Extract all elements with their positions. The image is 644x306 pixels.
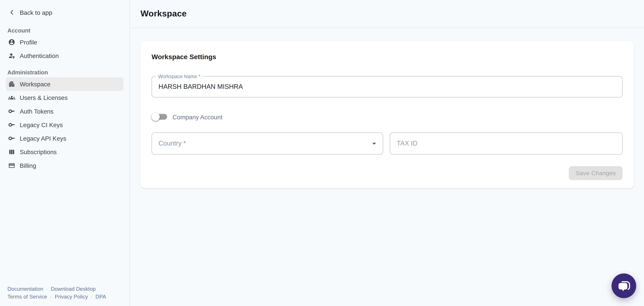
key-icon bbox=[8, 108, 15, 115]
footer-line-2: Terms of Service·Privacy Policy·DPA bbox=[7, 293, 106, 300]
page-header: Workspace bbox=[130, 0, 644, 28]
back-to-app-button[interactable]: Back to app bbox=[6, 7, 124, 17]
sidebar-item-workspace[interactable]: Workspace bbox=[6, 77, 124, 91]
building-icon bbox=[8, 81, 15, 88]
key-icon bbox=[8, 121, 15, 128]
chevron-left-icon bbox=[8, 9, 16, 16]
sidebar-item-authentication[interactable]: Authentication bbox=[6, 49, 124, 62]
nav-list-administration: Workspace Users & Licenses Auth Tokens L… bbox=[6, 77, 124, 172]
save-changes-button[interactable]: Save Changes bbox=[569, 166, 622, 180]
footer-separator: · bbox=[91, 294, 92, 300]
sidebar-item-label: Users & Licenses bbox=[20, 94, 68, 101]
toggle-thumb bbox=[152, 113, 160, 121]
footer-link-dpa[interactable]: DPA bbox=[96, 294, 106, 300]
company-account-label: Company Account bbox=[172, 113, 222, 120]
sidebar-item-auth-tokens[interactable]: Auth Tokens bbox=[6, 104, 124, 118]
card-title: Workspace Settings bbox=[152, 53, 216, 61]
sidebar-item-label: Subscriptions bbox=[20, 148, 57, 156]
sidebar-item-subscriptions[interactable]: Subscriptions bbox=[6, 145, 124, 159]
tax-id-input[interactable] bbox=[390, 133, 622, 154]
sidebar-item-legacy-ci-keys[interactable]: Legacy CI Keys bbox=[6, 118, 124, 131]
bars-icon bbox=[8, 148, 15, 156]
nav-list-account: Profile Authentication bbox=[6, 35, 124, 63]
groups-icon bbox=[8, 94, 15, 101]
account-circle-icon bbox=[8, 39, 15, 46]
chat-bubbles-icon bbox=[617, 279, 630, 292]
sidebar-item-label: Authentication bbox=[20, 52, 59, 59]
company-account-row: Company Account bbox=[152, 111, 222, 122]
footer-link-privacy-policy[interactable]: Privacy Policy bbox=[54, 294, 88, 300]
page-title: Workspace bbox=[140, 9, 187, 19]
footer-line-1: Documentation·Download Desktop bbox=[7, 285, 106, 293]
person-key-icon bbox=[8, 52, 15, 59]
sidebar-item-label: Workspace bbox=[20, 81, 50, 88]
workspace-settings-card: Workspace Settings Workspace Name * Comp… bbox=[140, 41, 634, 188]
main-content: Workspace Workspace Settings Workspace N… bbox=[130, 0, 644, 306]
sidebar-item-label: Legacy API Keys bbox=[20, 135, 66, 142]
back-to-app-label: Back to app bbox=[20, 9, 52, 16]
section-header-administration: Administration bbox=[6, 68, 124, 76]
credit-card-icon bbox=[8, 162, 15, 169]
footer-link-documentation[interactable]: Documentation bbox=[7, 286, 43, 292]
country-select[interactable]: Country * bbox=[152, 132, 383, 155]
footer-separator: · bbox=[46, 286, 48, 292]
section-header-account: Account bbox=[6, 26, 124, 35]
sidebar-item-label: Legacy CI Keys bbox=[20, 121, 63, 128]
sidebar-item-profile[interactable]: Profile bbox=[6, 35, 124, 49]
workspace-name-field: Workspace Name * bbox=[152, 76, 622, 98]
key-icon bbox=[8, 135, 15, 142]
chat-launcher-button[interactable] bbox=[612, 273, 636, 298]
sidebar-item-label: Profile bbox=[20, 39, 37, 46]
sidebar-item-billing[interactable]: Billing bbox=[6, 159, 124, 172]
footer-link-download-desktop[interactable]: Download Desktop bbox=[51, 286, 96, 292]
footer-link-terms-of-service[interactable]: Terms of Service bbox=[7, 294, 47, 300]
sidebar-item-label: Billing bbox=[20, 162, 36, 169]
sidebar-footer: Documentation·Download Desktop Terms of … bbox=[7, 285, 106, 301]
workspace-name-input[interactable] bbox=[152, 76, 622, 97]
tax-id-field bbox=[390, 132, 622, 155]
app-root: Back to app Account Profile Authenticati… bbox=[0, 0, 644, 306]
company-account-toggle[interactable] bbox=[152, 112, 167, 122]
sidebar-item-label: Auth Tokens bbox=[20, 108, 54, 115]
dropdown-arrow-icon bbox=[370, 139, 379, 148]
sidebar-item-users-licenses[interactable]: Users & Licenses bbox=[6, 91, 124, 104]
country-select-label: Country * bbox=[158, 140, 186, 147]
sidebar: Back to app Account Profile Authenticati… bbox=[0, 0, 130, 306]
footer-separator: · bbox=[50, 294, 52, 300]
sidebar-item-legacy-api-keys[interactable]: Legacy API Keys bbox=[6, 131, 124, 145]
